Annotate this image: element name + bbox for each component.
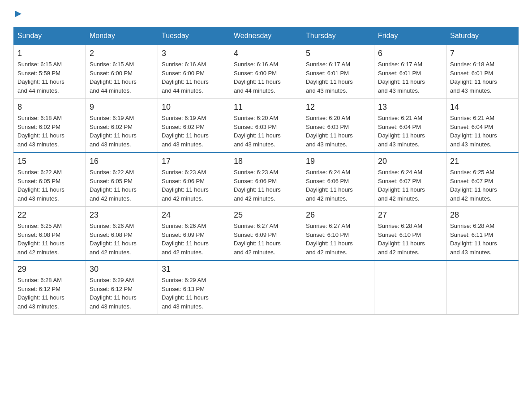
calendar-cell: 16Sunrise: 6:22 AM Sunset: 6:05 PM Dayli… xyxy=(86,153,158,207)
column-header-sunday: Sunday xyxy=(14,27,86,45)
day-info: Sunrise: 6:18 AM Sunset: 6:01 PM Dayligh… xyxy=(450,60,515,95)
calendar-week-row: 29Sunrise: 6:28 AM Sunset: 6:12 PM Dayli… xyxy=(14,261,519,315)
day-info: Sunrise: 6:18 AM Sunset: 6:02 PM Dayligh… xyxy=(17,114,82,149)
day-number: 25 xyxy=(234,210,298,220)
day-number: 24 xyxy=(162,210,226,220)
day-number: 30 xyxy=(90,265,154,274)
calendar-cell: 25Sunrise: 6:27 AM Sunset: 6:09 PM Dayli… xyxy=(230,207,302,261)
day-number: 17 xyxy=(162,157,226,166)
day-info: Sunrise: 6:28 AM Sunset: 6:11 PM Dayligh… xyxy=(450,222,515,257)
calendar-cell: 12Sunrise: 6:20 AM Sunset: 6:03 PM Dayli… xyxy=(302,99,374,153)
calendar-cell: 23Sunrise: 6:26 AM Sunset: 6:08 PM Dayli… xyxy=(86,207,158,261)
day-number: 10 xyxy=(162,103,226,112)
day-number: 15 xyxy=(17,157,82,166)
calendar-cell: 15Sunrise: 6:22 AM Sunset: 6:05 PM Dayli… xyxy=(14,153,86,207)
day-number: 19 xyxy=(306,157,370,166)
logo xyxy=(13,9,22,18)
day-number: 18 xyxy=(234,157,298,166)
day-number: 2 xyxy=(90,49,154,58)
day-number: 14 xyxy=(450,103,515,112)
calendar-cell: 10Sunrise: 6:19 AM Sunset: 6:02 PM Dayli… xyxy=(158,99,230,153)
day-info: Sunrise: 6:15 AM Sunset: 5:59 PM Dayligh… xyxy=(17,60,82,95)
calendar-cell: 13Sunrise: 6:21 AM Sunset: 6:04 PM Dayli… xyxy=(374,99,446,153)
day-number: 1 xyxy=(17,49,82,58)
calendar-cell: 17Sunrise: 6:23 AM Sunset: 6:06 PM Dayli… xyxy=(158,153,230,207)
day-number: 9 xyxy=(90,103,154,112)
day-info: Sunrise: 6:25 AM Sunset: 6:07 PM Dayligh… xyxy=(450,168,515,203)
day-number: 21 xyxy=(450,157,515,166)
calendar-cell: 8Sunrise: 6:18 AM Sunset: 6:02 PM Daylig… xyxy=(14,99,86,153)
calendar-cell: 22Sunrise: 6:25 AM Sunset: 6:08 PM Dayli… xyxy=(14,207,86,261)
day-info: Sunrise: 6:24 AM Sunset: 6:06 PM Dayligh… xyxy=(306,168,370,203)
logo-triangle-icon xyxy=(14,10,22,18)
column-header-monday: Monday xyxy=(86,27,158,45)
calendar-week-row: 1Sunrise: 6:15 AM Sunset: 5:59 PM Daylig… xyxy=(14,45,519,99)
svg-marker-0 xyxy=(15,11,21,17)
calendar-cell: 21Sunrise: 6:25 AM Sunset: 6:07 PM Dayli… xyxy=(446,153,519,207)
day-info: Sunrise: 6:29 AM Sunset: 6:12 PM Dayligh… xyxy=(90,276,154,311)
day-number: 4 xyxy=(234,49,298,58)
column-header-wednesday: Wednesday xyxy=(230,27,302,45)
day-number: 7 xyxy=(450,49,515,58)
day-number: 29 xyxy=(17,265,82,274)
day-info: Sunrise: 6:22 AM Sunset: 6:05 PM Dayligh… xyxy=(17,168,82,203)
day-info: Sunrise: 6:15 AM Sunset: 6:00 PM Dayligh… xyxy=(90,60,154,95)
day-info: Sunrise: 6:23 AM Sunset: 6:06 PM Dayligh… xyxy=(162,168,226,203)
day-info: Sunrise: 6:19 AM Sunset: 6:02 PM Dayligh… xyxy=(90,114,154,149)
calendar-cell: 24Sunrise: 6:26 AM Sunset: 6:09 PM Dayli… xyxy=(158,207,230,261)
calendar-cell: 18Sunrise: 6:23 AM Sunset: 6:06 PM Dayli… xyxy=(230,153,302,207)
page-header xyxy=(13,9,519,18)
day-number: 5 xyxy=(306,49,370,58)
calendar-cell: 26Sunrise: 6:27 AM Sunset: 6:10 PM Dayli… xyxy=(302,207,374,261)
calendar-cell xyxy=(230,261,302,315)
calendar-week-row: 15Sunrise: 6:22 AM Sunset: 6:05 PM Dayli… xyxy=(14,153,519,207)
calendar-cell: 19Sunrise: 6:24 AM Sunset: 6:06 PM Dayli… xyxy=(302,153,374,207)
day-info: Sunrise: 6:29 AM Sunset: 6:13 PM Dayligh… xyxy=(162,276,226,311)
day-info: Sunrise: 6:27 AM Sunset: 6:10 PM Dayligh… xyxy=(306,222,370,257)
calendar-cell: 27Sunrise: 6:28 AM Sunset: 6:10 PM Dayli… xyxy=(374,207,446,261)
calendar-cell: 20Sunrise: 6:24 AM Sunset: 6:07 PM Dayli… xyxy=(374,153,446,207)
column-header-saturday: Saturday xyxy=(446,27,519,45)
day-number: 3 xyxy=(162,49,226,58)
calendar-cell: 4Sunrise: 6:16 AM Sunset: 6:00 PM Daylig… xyxy=(230,45,302,99)
day-number: 27 xyxy=(378,210,442,220)
day-info: Sunrise: 6:17 AM Sunset: 6:01 PM Dayligh… xyxy=(306,60,370,95)
day-number: 6 xyxy=(378,49,442,58)
calendar-cell: 5Sunrise: 6:17 AM Sunset: 6:01 PM Daylig… xyxy=(302,45,374,99)
calendar-cell: 1Sunrise: 6:15 AM Sunset: 5:59 PM Daylig… xyxy=(14,45,86,99)
day-info: Sunrise: 6:28 AM Sunset: 6:10 PM Dayligh… xyxy=(378,222,442,257)
day-info: Sunrise: 6:23 AM Sunset: 6:06 PM Dayligh… xyxy=(234,168,298,203)
day-number: 12 xyxy=(306,103,370,112)
day-info: Sunrise: 6:20 AM Sunset: 6:03 PM Dayligh… xyxy=(234,114,298,149)
calendar-week-row: 22Sunrise: 6:25 AM Sunset: 6:08 PM Dayli… xyxy=(14,207,519,261)
day-info: Sunrise: 6:19 AM Sunset: 6:02 PM Dayligh… xyxy=(162,114,226,149)
day-info: Sunrise: 6:17 AM Sunset: 6:01 PM Dayligh… xyxy=(378,60,442,95)
calendar-cell xyxy=(446,261,519,315)
calendar-cell: 11Sunrise: 6:20 AM Sunset: 6:03 PM Dayli… xyxy=(230,99,302,153)
day-info: Sunrise: 6:26 AM Sunset: 6:09 PM Dayligh… xyxy=(162,222,226,257)
calendar-week-row: 8Sunrise: 6:18 AM Sunset: 6:02 PM Daylig… xyxy=(14,99,519,153)
day-number: 28 xyxy=(450,210,515,220)
calendar-cell: 14Sunrise: 6:21 AM Sunset: 6:04 PM Dayli… xyxy=(446,99,519,153)
calendar-cell: 7Sunrise: 6:18 AM Sunset: 6:01 PM Daylig… xyxy=(446,45,519,99)
calendar-cell: 3Sunrise: 6:16 AM Sunset: 6:00 PM Daylig… xyxy=(158,45,230,99)
day-info: Sunrise: 6:26 AM Sunset: 6:08 PM Dayligh… xyxy=(90,222,154,257)
day-info: Sunrise: 6:21 AM Sunset: 6:04 PM Dayligh… xyxy=(450,114,515,149)
day-info: Sunrise: 6:25 AM Sunset: 6:08 PM Dayligh… xyxy=(17,222,82,257)
day-number: 23 xyxy=(90,210,154,220)
day-number: 26 xyxy=(306,210,370,220)
calendar-cell: 2Sunrise: 6:15 AM Sunset: 6:00 PM Daylig… xyxy=(86,45,158,99)
day-number: 8 xyxy=(17,103,82,112)
calendar-cell: 31Sunrise: 6:29 AM Sunset: 6:13 PM Dayli… xyxy=(158,261,230,315)
day-number: 20 xyxy=(378,157,442,166)
day-info: Sunrise: 6:22 AM Sunset: 6:05 PM Dayligh… xyxy=(90,168,154,203)
day-number: 11 xyxy=(234,103,298,112)
day-info: Sunrise: 6:24 AM Sunset: 6:07 PM Dayligh… xyxy=(378,168,442,203)
calendar-cell: 9Sunrise: 6:19 AM Sunset: 6:02 PM Daylig… xyxy=(86,99,158,153)
day-info: Sunrise: 6:28 AM Sunset: 6:12 PM Dayligh… xyxy=(17,276,82,311)
day-number: 22 xyxy=(17,210,82,220)
day-info: Sunrise: 6:27 AM Sunset: 6:09 PM Dayligh… xyxy=(234,222,298,257)
calendar-header: SundayMondayTuesdayWednesdayThursdayFrid… xyxy=(14,27,519,45)
calendar-body: 1Sunrise: 6:15 AM Sunset: 5:59 PM Daylig… xyxy=(14,45,519,315)
day-info: Sunrise: 6:16 AM Sunset: 6:00 PM Dayligh… xyxy=(162,60,226,95)
